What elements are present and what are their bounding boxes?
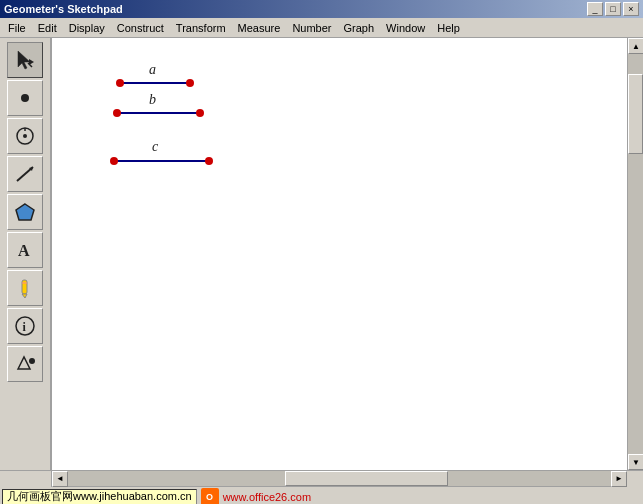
svg-marker-12 (22, 294, 27, 298)
svg-marker-0 (18, 51, 30, 69)
point-icon (14, 87, 36, 109)
canvas-area[interactable]: a b c (52, 38, 627, 470)
svg-point-3 (21, 94, 29, 102)
menu-help[interactable]: Help (431, 18, 466, 37)
segment-c-label: c (152, 139, 159, 154)
office-badge: O www.office26.com (201, 488, 311, 505)
canvas-svg: a b c (52, 38, 627, 470)
h-scrollbar: ◄ ► (0, 470, 643, 486)
select-tool[interactable] (7, 42, 43, 78)
status-text-box: 几何画板官网www.jihehuaban.com.cn (2, 489, 197, 505)
text-icon: A (14, 239, 36, 261)
point-tool[interactable] (7, 80, 43, 116)
menu-transform[interactable]: Transform (170, 18, 232, 37)
segment-a-point2[interactable] (186, 79, 194, 87)
custom-tool[interactable] (7, 346, 43, 382)
svg-marker-2 (29, 59, 34, 65)
segment-b-point1[interactable] (113, 109, 121, 117)
menu-construct[interactable]: Construct (111, 18, 170, 37)
svg-text:i: i (23, 320, 27, 334)
v-scroll-up[interactable]: ▲ (628, 38, 643, 54)
marker-tool[interactable] (7, 270, 43, 306)
scroll-container: A i (0, 38, 643, 486)
h-scroll-left[interactable]: ◄ (52, 471, 68, 487)
segment-c-point2[interactable] (205, 157, 213, 165)
svg-rect-11 (22, 280, 27, 294)
status-bar: 几何画板官网www.jihehuaban.com.cn O www.office… (0, 486, 643, 504)
segment-c-point1[interactable] (110, 157, 118, 165)
h-scroll-track[interactable] (68, 471, 611, 486)
segment-b-label: b (149, 92, 156, 107)
title-text: Geometer's Sketchpad (4, 3, 123, 15)
svg-point-17 (29, 358, 35, 364)
svg-marker-9 (16, 204, 34, 220)
h-scroll-right[interactable]: ► (611, 471, 627, 487)
segment-b-point2[interactable] (196, 109, 204, 117)
maximize-button[interactable]: □ (605, 2, 621, 16)
svg-text:A: A (18, 242, 30, 259)
select-icon (14, 49, 36, 71)
menu-window[interactable]: Window (380, 18, 431, 37)
menu-number[interactable]: Number (286, 18, 337, 37)
info-icon: i (14, 315, 36, 337)
status-text: 几何画板官网www.jihehuaban.com.cn (7, 489, 192, 504)
scroll-main: A i (0, 38, 643, 470)
segment-a-label: a (149, 62, 156, 77)
h-scroll-corner-left (0, 471, 52, 487)
title-bar: Geometer's Sketchpad _ □ × (0, 0, 643, 18)
h-scroll-thumb[interactable] (285, 471, 448, 486)
close-button[interactable]: × (623, 2, 639, 16)
v-scroll-thumb[interactable] (628, 74, 643, 154)
toolbar: A i (0, 38, 52, 470)
v-scrollbar: ▲ ▼ (627, 38, 643, 470)
text-tool[interactable]: A (7, 232, 43, 268)
marker-icon (14, 277, 36, 299)
menu-file[interactable]: File (2, 18, 32, 37)
menu-display[interactable]: Display (63, 18, 111, 37)
v-scroll-track[interactable] (628, 54, 643, 454)
compass-tool[interactable] (7, 118, 43, 154)
v-scroll-down[interactable]: ▼ (628, 454, 643, 470)
line-tool[interactable] (7, 156, 43, 192)
svg-point-5 (23, 134, 27, 138)
compass-icon (14, 125, 36, 147)
info-tool[interactable]: i (7, 308, 43, 344)
svg-marker-16 (18, 357, 30, 369)
menu-edit[interactable]: Edit (32, 18, 63, 37)
polygon-tool[interactable] (7, 194, 43, 230)
title-bar-buttons: _ □ × (587, 2, 639, 16)
custom-icon (14, 353, 36, 375)
minimize-button[interactable]: _ (587, 2, 603, 16)
line-icon (14, 163, 36, 185)
segment-a-point1[interactable] (116, 79, 124, 87)
menu-bar: File Edit Display Construct Transform Me… (0, 18, 643, 38)
menu-graph[interactable]: Graph (338, 18, 381, 37)
office-text: www.office26.com (223, 491, 311, 503)
menu-measure[interactable]: Measure (232, 18, 287, 37)
office-icon: O (201, 488, 219, 505)
polygon-icon (14, 201, 36, 223)
h-scroll-corner-right (627, 471, 643, 487)
